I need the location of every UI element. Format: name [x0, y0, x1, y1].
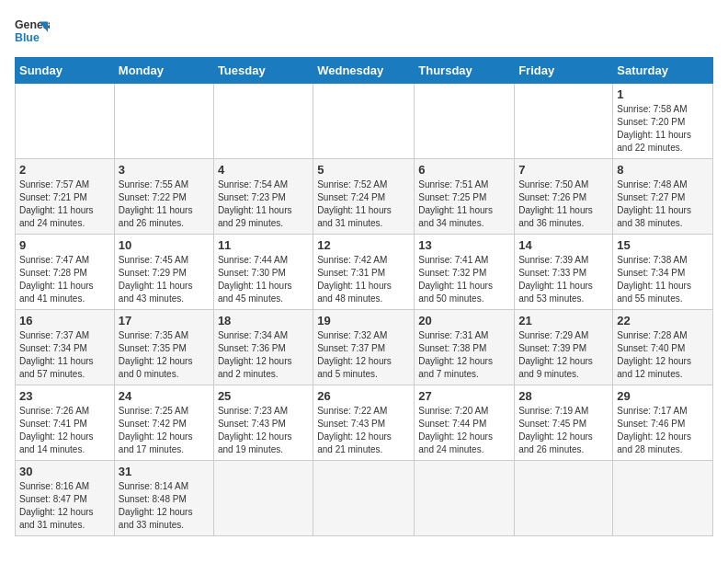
day-info: Sunrise: 7:25 AM Sunset: 7:42 PM Dayligh… [119, 405, 210, 456]
generalblue-logo-icon: General Blue [15, 15, 50, 50]
day-number: 24 [119, 389, 210, 403]
day-info: Sunrise: 7:35 AM Sunset: 7:35 PM Dayligh… [119, 329, 210, 381]
day-number: 17 [119, 314, 210, 327]
day-info: Sunrise: 7:29 AM Sunset: 7:39 PM Dayligh… [518, 329, 609, 381]
calendar-cell: 17Sunrise: 7:35 AM Sunset: 7:35 PM Dayli… [114, 310, 213, 385]
weekday-header-thursday: Thursday [415, 58, 515, 84]
day-number: 20 [418, 314, 510, 327]
day-info: Sunrise: 7:54 AM Sunset: 7:23 PM Dayligh… [218, 178, 309, 230]
calendar-cell [415, 461, 515, 536]
day-number: 6 [418, 163, 510, 177]
day-number: 21 [518, 314, 609, 327]
day-info: Sunrise: 7:44 AM Sunset: 7:30 PM Dayligh… [218, 254, 309, 305]
day-info: Sunrise: 7:52 AM Sunset: 7:24 PM Dayligh… [317, 178, 410, 230]
calendar-cell: 25Sunrise: 7:23 AM Sunset: 7:43 PM Dayli… [213, 385, 313, 461]
calendar-cell: 14Sunrise: 7:39 AM Sunset: 7:33 PM Dayli… [515, 235, 613, 310]
day-info: Sunrise: 7:28 AM Sunset: 7:40 PM Dayligh… [617, 329, 709, 381]
calendar-cell: 10Sunrise: 7:45 AM Sunset: 7:29 PM Dayli… [114, 235, 213, 310]
calendar-cell: 8Sunrise: 7:48 AM Sunset: 7:27 PM Daylig… [613, 159, 713, 235]
day-number: 3 [119, 163, 210, 177]
calendar-cell: 22Sunrise: 7:28 AM Sunset: 7:40 PM Dayli… [613, 310, 713, 385]
calendar-week-5: 23Sunrise: 7:26 AM Sunset: 7:41 PM Dayli… [16, 385, 713, 461]
calendar-cell [213, 461, 313, 536]
day-info: Sunrise: 7:41 AM Sunset: 7:32 PM Dayligh… [418, 254, 510, 305]
day-info: Sunrise: 7:51 AM Sunset: 7:25 PM Dayligh… [418, 178, 510, 230]
day-number: 23 [19, 389, 110, 403]
weekday-header-row: SundayMondayTuesdayWednesdayThursdayFrid… [16, 58, 713, 84]
calendar-cell: 13Sunrise: 7:41 AM Sunset: 7:32 PM Dayli… [415, 235, 515, 310]
calendar-week-3: 9Sunrise: 7:47 AM Sunset: 7:28 PM Daylig… [16, 235, 713, 310]
calendar-cell: 18Sunrise: 7:34 AM Sunset: 7:36 PM Dayli… [213, 310, 313, 385]
day-info: Sunrise: 8:16 AM Sunset: 8:47 PM Dayligh… [19, 480, 110, 532]
day-number: 28 [518, 389, 609, 403]
day-info: Sunrise: 7:17 AM Sunset: 7:46 PM Dayligh… [617, 405, 709, 456]
day-info: Sunrise: 7:47 AM Sunset: 7:28 PM Dayligh… [19, 254, 110, 305]
calendar-cell: 16Sunrise: 7:37 AM Sunset: 7:34 PM Dayli… [16, 310, 115, 385]
day-number: 15 [617, 238, 709, 252]
day-number: 11 [218, 238, 309, 252]
weekday-header-wednesday: Wednesday [313, 58, 415, 84]
day-info: Sunrise: 7:48 AM Sunset: 7:27 PM Dayligh… [617, 178, 709, 230]
day-number: 10 [119, 238, 210, 252]
weekday-header-saturday: Saturday [613, 58, 713, 84]
svg-text:Blue: Blue [15, 31, 40, 44]
calendar-cell: 11Sunrise: 7:44 AM Sunset: 7:30 PM Dayli… [213, 235, 313, 310]
calendar-cell: 3Sunrise: 7:55 AM Sunset: 7:22 PM Daylig… [114, 159, 213, 235]
calendar-cell: 5Sunrise: 7:52 AM Sunset: 7:24 PM Daylig… [313, 159, 415, 235]
day-number: 5 [317, 163, 410, 177]
day-number: 26 [317, 389, 410, 403]
day-info: Sunrise: 7:31 AM Sunset: 7:38 PM Dayligh… [418, 329, 510, 381]
calendar-week-6: 30Sunrise: 8:16 AM Sunset: 8:47 PM Dayli… [16, 461, 713, 536]
day-number: 12 [317, 238, 410, 252]
day-info: Sunrise: 7:58 AM Sunset: 7:20 PM Dayligh… [617, 103, 709, 155]
day-info: Sunrise: 7:42 AM Sunset: 7:31 PM Dayligh… [317, 254, 410, 305]
calendar-cell [16, 84, 115, 159]
weekday-header-tuesday: Tuesday [213, 58, 313, 84]
day-info: Sunrise: 7:34 AM Sunset: 7:36 PM Dayligh… [218, 329, 309, 381]
calendar-cell: 9Sunrise: 7:47 AM Sunset: 7:28 PM Daylig… [16, 235, 115, 310]
day-info: Sunrise: 7:26 AM Sunset: 7:41 PM Dayligh… [19, 405, 110, 456]
calendar-cell: 20Sunrise: 7:31 AM Sunset: 7:38 PM Dayli… [415, 310, 515, 385]
calendar-week-1: 1Sunrise: 7:58 AM Sunset: 7:20 PM Daylig… [16, 84, 713, 159]
calendar-cell: 7Sunrise: 7:50 AM Sunset: 7:26 PM Daylig… [515, 159, 613, 235]
logo: General Blue [15, 15, 50, 50]
calendar-cell [613, 461, 713, 536]
weekday-header-monday: Monday [114, 58, 213, 84]
day-info: Sunrise: 8:14 AM Sunset: 8:48 PM Dayligh… [119, 480, 210, 532]
calendar-table: SundayMondayTuesdayWednesdayThursdayFrid… [15, 57, 713, 536]
calendar-cell: 26Sunrise: 7:22 AM Sunset: 7:43 PM Dayli… [313, 385, 415, 461]
calendar-cell: 27Sunrise: 7:20 AM Sunset: 7:44 PM Dayli… [415, 385, 515, 461]
calendar-cell: 24Sunrise: 7:25 AM Sunset: 7:42 PM Dayli… [114, 385, 213, 461]
calendar-cell: 23Sunrise: 7:26 AM Sunset: 7:41 PM Dayli… [16, 385, 115, 461]
day-info: Sunrise: 7:22 AM Sunset: 7:43 PM Dayligh… [317, 405, 410, 456]
calendar-cell: 4Sunrise: 7:54 AM Sunset: 7:23 PM Daylig… [213, 159, 313, 235]
day-number: 25 [218, 389, 309, 403]
day-info: Sunrise: 7:38 AM Sunset: 7:34 PM Dayligh… [617, 254, 709, 305]
calendar-cell: 28Sunrise: 7:19 AM Sunset: 7:45 PM Dayli… [515, 385, 613, 461]
calendar-cell [114, 84, 213, 159]
day-info: Sunrise: 7:50 AM Sunset: 7:26 PM Dayligh… [518, 178, 609, 230]
day-number: 27 [418, 389, 510, 403]
day-number: 18 [218, 314, 309, 327]
calendar-cell: 2Sunrise: 7:57 AM Sunset: 7:21 PM Daylig… [16, 159, 115, 235]
day-number: 31 [119, 465, 210, 478]
calendar-cell: 29Sunrise: 7:17 AM Sunset: 7:46 PM Dayli… [613, 385, 713, 461]
day-number: 29 [617, 389, 709, 403]
weekday-header-friday: Friday [515, 58, 613, 84]
day-number: 13 [418, 238, 510, 252]
day-info: Sunrise: 7:23 AM Sunset: 7:43 PM Dayligh… [218, 405, 309, 456]
day-number: 19 [317, 314, 410, 327]
calendar-cell [515, 84, 613, 159]
calendar-cell [515, 461, 613, 536]
calendar-cell [415, 84, 515, 159]
day-info: Sunrise: 7:37 AM Sunset: 7:34 PM Dayligh… [19, 329, 110, 381]
calendar-cell: 30Sunrise: 8:16 AM Sunset: 8:47 PM Dayli… [16, 461, 115, 536]
calendar-cell: 15Sunrise: 7:38 AM Sunset: 7:34 PM Dayli… [613, 235, 713, 310]
calendar-cell: 12Sunrise: 7:42 AM Sunset: 7:31 PM Dayli… [313, 235, 415, 310]
day-number: 8 [617, 163, 709, 177]
calendar-week-4: 16Sunrise: 7:37 AM Sunset: 7:34 PM Dayli… [16, 310, 713, 385]
day-number: 30 [19, 465, 110, 478]
calendar-cell: 31Sunrise: 8:14 AM Sunset: 8:48 PM Dayli… [114, 461, 213, 536]
day-number: 9 [19, 238, 110, 252]
day-info: Sunrise: 7:19 AM Sunset: 7:45 PM Dayligh… [518, 405, 609, 456]
